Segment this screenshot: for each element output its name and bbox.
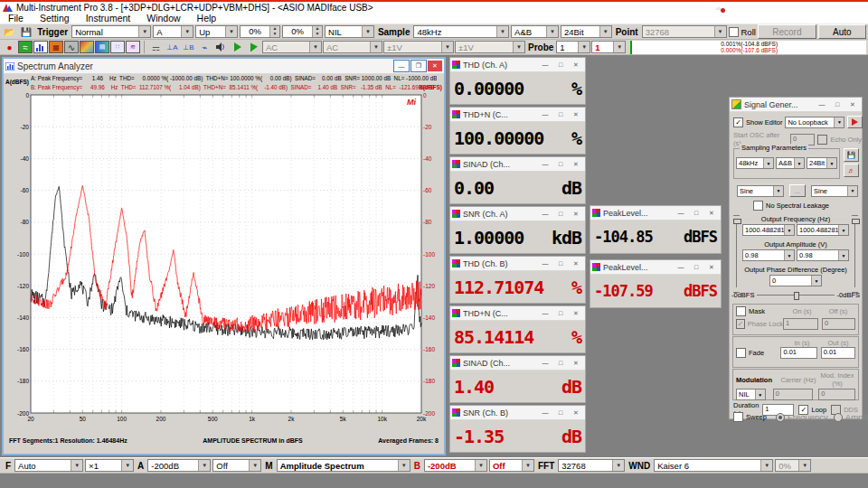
minimize-icon[interactable]: —	[538, 408, 552, 418]
probe-a-combo[interactable]: 1▼	[556, 41, 590, 53]
menu-instrument[interactable]: Instrument	[78, 13, 139, 23]
meter-titlebar[interactable]: SNR (Ch. B)—□✕	[450, 406, 585, 420]
spectrum-3d-icon[interactable]	[80, 41, 94, 53]
probe-b-combo[interactable]: 1▼	[591, 41, 626, 53]
minimize-icon[interactable]: —	[674, 208, 688, 219]
chevron-down-icon[interactable]: ▼	[773, 186, 783, 196]
zero-b-icon[interactable]: ⊥B	[181, 41, 196, 54]
chevron-down-icon[interactable]: ▼	[249, 460, 260, 471]
waveform-b-combo[interactable]: Sine▼	[811, 185, 858, 197]
close-icon[interactable]: ✕	[569, 209, 583, 220]
open-icon[interactable]: 📂	[2, 25, 17, 39]
chevron-down-icon[interactable]: ▼	[763, 158, 773, 168]
meter-titlebar[interactable]: THD (Ch. B)—□✕	[450, 257, 585, 271]
chevron-down-icon[interactable]: ▼	[71, 460, 82, 471]
a-range-combo[interactable]: -200dB▼	[147, 459, 211, 472]
chevron-down-icon[interactable]: ▼	[475, 460, 486, 471]
chevron-down-icon[interactable]: ▼	[362, 26, 373, 37]
restore-icon[interactable]: ❐	[410, 60, 427, 72]
close-icon[interactable]: ✕	[569, 308, 583, 319]
maximize-icon[interactable]: □	[553, 258, 568, 269]
ddp-viewer-icon[interactable]: ∷	[110, 41, 125, 53]
auto-button[interactable]: Auto	[818, 24, 866, 39]
loopback-combo[interactable]: No Loopback▼	[785, 117, 844, 128]
maximize-icon[interactable]: □	[553, 209, 568, 220]
phase-combo[interactable]: 0▼	[769, 275, 822, 286]
amplitude-b-combo[interactable]: 0.98▼	[797, 249, 849, 261]
minimize-icon[interactable]: —	[538, 159, 552, 170]
minimize-icon[interactable]: —	[538, 308, 552, 319]
gen-channels-combo[interactable]: A&B▼	[776, 157, 805, 169]
maximize-icon[interactable]: □	[553, 109, 568, 120]
maximize-icon[interactable]: □	[689, 208, 703, 219]
chevron-down-icon[interactable]: ▼	[546, 26, 558, 37]
spin-down-icon[interactable]: ▼	[269, 32, 279, 37]
chevron-down-icon[interactable]: ▼	[755, 389, 765, 399]
minimize-icon[interactable]: —	[674, 262, 688, 273]
a-persistence-combo[interactable]: Off▼	[212, 459, 261, 472]
chevron-down-icon[interactable]: ▼	[794, 158, 804, 168]
fade-out-input[interactable]: 0.01	[821, 347, 855, 359]
roll-checkbox[interactable]: Roll	[729, 27, 756, 37]
close-icon[interactable]: ✕	[704, 262, 719, 273]
waveform-a-combo[interactable]: Sine▼	[737, 185, 784, 197]
maximize-icon[interactable]: □	[553, 308, 568, 319]
chevron-down-icon[interactable]: ▼	[121, 460, 133, 471]
close-icon[interactable]: ✕	[428, 61, 442, 71]
b-persistence-combo[interactable]: Off▼	[489, 459, 534, 472]
meter-titlebar[interactable]: THD+N (C...—□✕	[450, 306, 585, 321]
spectrum-plot[interactable]: 00-20-20-40-40-60-60-80-80-100-100-120-1…	[4, 93, 444, 437]
gen-rate-combo[interactable]: 48kHz▼	[736, 157, 774, 169]
chevron-down-icon[interactable]: ▼	[225, 26, 237, 37]
chevron-down-icon[interactable]: ▼	[826, 158, 836, 168]
phase-slider[interactable]	[757, 295, 834, 296]
calibration-icon[interactable]: ⚎	[148, 41, 164, 54]
trigger-source-combo[interactable]: A▼	[153, 25, 193, 38]
no-spectral-leakage-checkbox[interactable]: No Spectral Leakage	[753, 201, 829, 211]
minimize-icon[interactable]: —	[538, 60, 552, 70]
modulation-combo[interactable]: NIL▼	[736, 389, 766, 400]
frequency-a-combo[interactable]: 1000.4882812▼	[742, 224, 795, 236]
window-function-combo[interactable]: Kaiser 6▼	[654, 459, 773, 472]
menu-help[interactable]: Help	[189, 13, 225, 23]
fft-size-combo[interactable]: 32768▼	[558, 459, 625, 472]
close-icon[interactable]: ✕	[569, 258, 583, 269]
spectrum-analyzer-icon[interactable]	[33, 41, 48, 53]
save-icon[interactable]: 💾	[19, 25, 34, 39]
minimize-icon[interactable]: —	[538, 358, 552, 369]
chevron-down-icon[interactable]: ▼	[181, 26, 193, 37]
trigger-rejection-combo[interactable]: NIL▼	[325, 25, 374, 38]
menu-file[interactable]: File	[0, 13, 32, 23]
sampling-channels-combo[interactable]: A&B▼	[511, 25, 559, 38]
close-icon[interactable]: ✕	[845, 99, 860, 110]
maximize-icon[interactable]: □	[553, 408, 568, 418]
mask-checkbox[interactable]: Mask	[736, 306, 783, 316]
amplitude-a-combo[interactable]: 0.98▼	[742, 249, 795, 261]
play-loop-icon[interactable]	[246, 41, 261, 54]
minimize-icon[interactable]: —	[538, 109, 552, 120]
frequency-b-combo[interactable]: 1000.4882812▼	[797, 224, 849, 236]
play-icon[interactable]	[230, 41, 245, 54]
close-icon[interactable]: ✕	[569, 159, 583, 170]
chevron-down-icon[interactable]: ▼	[138, 26, 150, 37]
save-icon[interactable]: 💾	[844, 148, 859, 162]
generator-run-button[interactable]	[847, 116, 863, 128]
fade-checkbox[interactable]: Fade	[736, 348, 780, 358]
spectrum-window-titlebar[interactable]: Spectrum Analyzer — ❐ ✕	[4, 59, 444, 74]
bit-resolution-combo[interactable]: 24Bit▼	[561, 25, 612, 38]
onedrive-icon[interactable]: ☁	[710, 0, 726, 14]
level-slider-b[interactable]	[852, 215, 858, 293]
chevron-down-icon[interactable]: ▼	[578, 42, 590, 52]
zero-a-icon[interactable]: ⊥A	[165, 41, 180, 54]
sweep-checkbox[interactable]: Sweep	[733, 412, 767, 422]
multimeter-icon[interactable]: ▦	[49, 41, 63, 53]
close-icon[interactable]: ✕	[569, 358, 583, 369]
meter-titlebar[interactable]: SINAD (Ch...—□✕	[450, 157, 585, 172]
freq-range-combo[interactable]: Auto▼	[14, 459, 83, 472]
speaker-icon[interactable]	[213, 41, 229, 54]
close-icon[interactable]: ✕	[704, 208, 719, 219]
menu-window[interactable]: Window	[138, 13, 188, 23]
level-slider-a[interactable]	[733, 215, 740, 293]
probe-calibration-icon[interactable]: ⌁	[197, 41, 212, 54]
meter-titlebar[interactable]: THD (Ch. A)—□✕	[450, 58, 585, 72]
